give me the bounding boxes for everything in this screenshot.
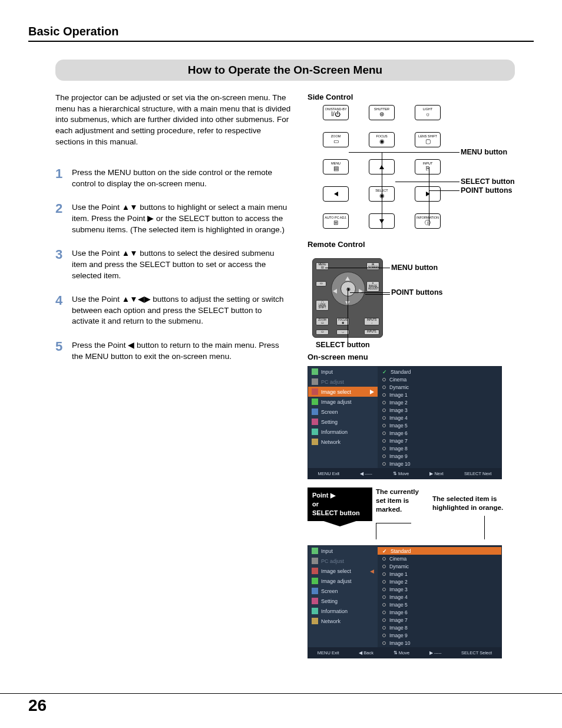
intro-paragraph: The projector can be adjusted or set via… — [55, 93, 291, 147]
remote-menu-button: MENU▤ — [316, 262, 329, 270]
lensshift-button: LENS SHIFT▢ — [415, 132, 441, 147]
foot-select: SELECT Select — [461, 650, 492, 655]
input-icon — [312, 368, 318, 375]
osm-item-pcadjust: PC adjust — [308, 556, 378, 566]
remote-lensshift-button: ▢LENSSHIFT — [316, 300, 329, 311]
osm-screen-2: Input PC adjust Image select◀ Image adju… — [308, 545, 502, 658]
osm-subitem: ✓Standard — [378, 368, 501, 375]
remote-control-title: Remote Control — [308, 240, 520, 249]
foot-move: ⇅ Move — [393, 471, 409, 476]
autopcadj-button: AUTO PC ADJ.⊞ — [323, 213, 349, 229]
leader-line — [350, 292, 390, 293]
step-text: Use the Point ▲▼ buttons to select the d… — [72, 248, 291, 281]
zoom-button: ZOOM▭ — [323, 132, 349, 147]
osm-main-menu: Input PC adjust Image select Image adjus… — [308, 367, 378, 468]
leader-line — [395, 182, 459, 182]
osm-item-input: Input — [308, 367, 378, 377]
osm-item-imageselect: Image select◀ — [308, 566, 378, 576]
osm-title: On-screen menu — [308, 353, 520, 361]
foot-move: ⇅ Move — [394, 650, 409, 655]
network-icon — [312, 618, 318, 624]
imageselect-icon — [312, 388, 318, 395]
setting-icon — [312, 419, 318, 425]
leader-line — [484, 516, 485, 539]
osm-subitem: Image 3 — [378, 406, 501, 414]
osm-footer: MENU Exit ◀ ----- ⇅ Move ▶ Next SELECT N… — [308, 468, 501, 479]
focus-button: FOCUS◉ — [369, 132, 395, 147]
foot-select: SELECT Next — [464, 471, 492, 476]
step-text: Use the Point ▲▼◀▶ buttons to adjust the… — [72, 294, 291, 327]
imageadjust-icon — [312, 578, 318, 584]
side-control-diagram: ON/STAND-BYI/⏻ SHUTTER⊛ LIGHT☼ ZOOM▭ FOC… — [312, 105, 465, 232]
osm-subitem: Image 9 — [378, 452, 501, 460]
osm-subitem: Image 10 — [378, 460, 501, 467]
pcadjust-icon — [312, 378, 318, 385]
annot-point: POINT buttons — [461, 186, 513, 195]
leader-line — [376, 523, 411, 523]
annot-remote-point: POINT buttons — [391, 288, 443, 297]
page-title: How to Operate the On-Screen Menu — [55, 60, 515, 81]
leader-line — [349, 152, 459, 153]
remote-inputs-button: INPUTS↓ — [364, 318, 379, 325]
step-number: 4 — [55, 294, 66, 327]
leader-line — [348, 288, 348, 344]
foot-exit: MENU Exit — [318, 471, 340, 476]
step-5: 5 Press the Point ◀ button to return to … — [55, 340, 291, 362]
remote-zoom2-button: ▭ — [316, 330, 329, 335]
step-1: 1 Press the MENU button on the side cont… — [55, 167, 291, 189]
osm-subitem: Dynamic — [378, 562, 501, 570]
osm-subitem: Cinema — [378, 555, 501, 562]
input-icon — [312, 548, 318, 554]
osm-subitem: Image 6 — [378, 608, 501, 616]
down-arrow-icon — [308, 516, 372, 526]
osm-item-information: Information — [308, 427, 378, 437]
osm-subitem: Image 1 — [378, 391, 501, 398]
page-number: 26 — [28, 696, 47, 715]
osm-item-setting: Setting — [308, 417, 378, 427]
step-number: 3 — [55, 248, 66, 281]
osm-sub-menu: ✓Standard Cinema Dynamic Image 1 Image 2… — [378, 546, 501, 647]
information-icon — [312, 429, 318, 435]
osm-subitem: Image 5 — [378, 601, 501, 608]
annot-remote-select: SELECT button — [316, 341, 370, 349]
step-4: 4 Use the Point ▲▼◀▶ buttons to adjust t… — [55, 294, 291, 327]
osm-footer: MENU Exit ◀ Back ⇅ Move ▶ ----- SELECT S… — [308, 647, 501, 658]
leader-line — [365, 294, 390, 295]
right-column: Side Control ON/STAND-BYI/⏻ SHUTTER⊛ LIG… — [308, 93, 520, 658]
osm-subitem: Image 2 — [378, 578, 501, 585]
imageadjust-icon — [312, 398, 318, 405]
leader-line — [325, 268, 390, 268]
osm-subitem: Image 9 — [378, 631, 501, 639]
osm-item-setting: Setting — [308, 596, 378, 606]
remote-screen2-button: ▭ — [316, 281, 326, 286]
osm-item-input: Input — [308, 546, 378, 556]
section-header: Basic Operation — [28, 25, 534, 38]
remote-imageadjust-button: ≡IMAGEADJUST — [366, 281, 379, 292]
screen-icon — [312, 588, 318, 594]
left-column: The projector can be adjusted or set via… — [55, 93, 291, 658]
menu-button: MENU▤ — [323, 159, 349, 174]
remote-input1-button: INPUT1 — [364, 330, 379, 335]
osm-subitem: Cinema — [378, 375, 501, 383]
osm-item-network: Network — [308, 616, 378, 626]
osm-item-pcadjust: PC adjust — [308, 377, 378, 387]
annot-marked: The currently set item is marked. — [376, 487, 429, 514]
osm-subitem: Image 2 — [378, 398, 501, 406]
foot-next: ▶ Next — [429, 471, 444, 476]
check-icon: ✓ — [382, 548, 387, 554]
step-number: 1 — [55, 167, 66, 189]
foot-exit: MENU Exit — [318, 650, 339, 655]
osm-item-network: Network — [308, 437, 378, 447]
imageselect-icon — [312, 568, 318, 574]
osm-subitem: Image 7 — [378, 437, 501, 444]
onstandby-button: ON/STAND-BYI/⏻ — [323, 105, 349, 120]
network-icon — [312, 439, 318, 445]
step-text: Press the Point ◀ button to return to th… — [72, 340, 291, 362]
osm-main-menu: Input PC adjust Image select◀ Image adju… — [308, 546, 378, 647]
osm-subitem: Image 8 — [378, 444, 501, 452]
leader-line — [429, 167, 429, 226]
osm-subitem: Image 1 — [378, 570, 501, 578]
annot-menu: MENU button — [461, 148, 507, 156]
step-text: Use the Point ▲▼ buttons to highlight or… — [72, 202, 291, 235]
osm-subitem: Image 8 — [378, 624, 501, 631]
